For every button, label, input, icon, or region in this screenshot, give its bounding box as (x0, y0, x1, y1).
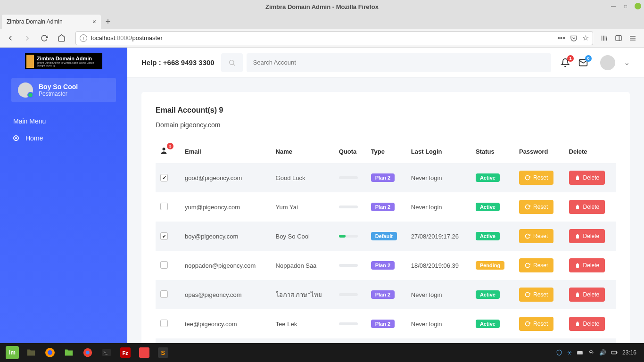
table-row: youme@pigeoncy.comYou มีPlan 2Never logi… (156, 338, 616, 343)
mint-menu-button[interactable]: lm (6, 346, 19, 359)
refresh-icon (525, 321, 530, 327)
desktop-taskbar: lm >_ Fz S ⚹ 🔊 23:16 (0, 343, 644, 362)
delete-button[interactable]: Delete (569, 171, 605, 185)
table-row: noppadon@pigeoncy.comNoppadon SaaPlan 21… (156, 251, 616, 280)
page-actions-icon[interactable]: ••• (557, 34, 565, 42)
profile-name: Boy So Cool (39, 83, 78, 90)
sidebar-icon[interactable] (615, 34, 622, 42)
delete-button[interactable]: Delete (569, 317, 605, 331)
window-minimize-button[interactable]: — (610, 3, 617, 9)
reset-button[interactable]: Reset (519, 258, 553, 272)
url-path: /postmaster (131, 34, 163, 41)
cell-lastlogin: 18/08/2019:06.39 (406, 251, 471, 280)
delete-button[interactable]: Delete (569, 288, 605, 302)
sidebar-item-home[interactable]: Home (0, 129, 127, 148)
row-checkbox[interactable] (160, 174, 168, 181)
cell-lastlogin: Never login (406, 309, 471, 338)
main-content: Help : +668 9493 3300 1 0 ⌄ Email Accoun… (127, 48, 644, 343)
reset-button[interactable]: Reset (519, 288, 553, 302)
search-button[interactable] (221, 53, 243, 72)
site-info-icon[interactable]: i (80, 34, 87, 42)
notifications-badge: 1 (567, 55, 574, 62)
reload-button[interactable] (38, 32, 51, 45)
cell-email: youme@pigeoncy.com (180, 338, 271, 343)
clock[interactable]: 23:16 (622, 349, 636, 356)
reset-button[interactable]: Reset (519, 171, 553, 185)
reset-button[interactable]: Reset (519, 317, 553, 331)
firefox-icon[interactable] (41, 344, 59, 361)
menu-icon[interactable] (629, 34, 636, 42)
card-title: Email Account(s) 9 (156, 106, 616, 115)
status-badge: Active (476, 173, 500, 182)
refresh-icon (525, 292, 530, 297)
trash-icon (575, 233, 580, 239)
user-menu-caret[interactable]: ⌄ (624, 58, 630, 67)
notifications-button[interactable]: 1 (561, 58, 570, 67)
filezilla-icon[interactable]: Fz (116, 344, 135, 361)
reset-button[interactable]: Reset (519, 200, 553, 214)
profile-card[interactable]: Boy So Cool Postmaster (11, 78, 116, 102)
cell-name: Yum Yai (271, 192, 334, 222)
reset-button[interactable]: Reset (519, 229, 553, 243)
cell-email: yum@pigeoncy.com (180, 192, 271, 222)
delete-button[interactable]: Delete (569, 229, 605, 243)
home-button[interactable] (55, 32, 68, 45)
messages-badge: 0 (585, 55, 592, 62)
tab-close-button[interactable]: × (92, 18, 96, 25)
trash-icon (575, 292, 580, 297)
cell-quota (334, 222, 366, 251)
address-bar[interactable]: i localhost:8000/postmaster ••• ☆ (75, 31, 593, 45)
bookmark-star-icon[interactable]: ☆ (582, 33, 589, 42)
folder-icon[interactable] (59, 344, 78, 361)
svg-rect-17 (139, 347, 149, 358)
brand-sub1: Zimbra Domain Admin for Zimbra Open Sour… (37, 61, 94, 64)
brand-logo: Zimbra Domain Admin Zimbra Domain Admin … (25, 53, 102, 69)
url-host: localhost (91, 34, 115, 41)
cell-quota (334, 163, 366, 192)
cell-lastlogin: Never login (406, 280, 471, 309)
row-checkbox[interactable] (160, 261, 168, 269)
type-badge: Plan 2 (371, 320, 395, 328)
pocket-icon[interactable] (570, 34, 578, 42)
sidebar: Zimbra Domain Admin Zimbra Domain Admin … (0, 48, 127, 343)
bulk-action-icon[interactable]: 3 (160, 147, 169, 155)
col-name: Name (271, 140, 334, 163)
svg-line-6 (233, 64, 235, 66)
back-button[interactable] (4, 32, 17, 45)
row-checkbox[interactable] (160, 203, 168, 210)
row-checkbox[interactable] (160, 320, 168, 327)
cell-name: Boy So Cool (271, 222, 334, 251)
user-avatar[interactable] (600, 55, 615, 70)
files-icon[interactable] (22, 344, 41, 361)
refresh-icon (525, 175, 530, 181)
shield-icon[interactable] (556, 349, 562, 356)
messages-button[interactable]: 0 (578, 58, 588, 67)
bluetooth-icon[interactable]: ⚹ (567, 349, 572, 356)
svg-text:Fz: Fz (123, 350, 129, 356)
browser-tab[interactable]: Zimbra Domain Admin × (2, 15, 101, 29)
delete-button[interactable]: Delete (569, 200, 605, 214)
search-input[interactable] (247, 53, 551, 72)
forward-button[interactable] (21, 32, 34, 45)
row-checkbox[interactable] (160, 232, 168, 240)
library-icon[interactable] (601, 34, 608, 42)
col-email: Email (180, 140, 271, 163)
delete-button[interactable]: Delete (569, 258, 605, 272)
sublime-icon[interactable]: S (154, 344, 173, 361)
chrome-icon[interactable] (78, 344, 97, 361)
keyboard-icon[interactable] (577, 349, 583, 356)
svg-rect-20 (577, 351, 583, 354)
row-checkbox[interactable] (160, 290, 168, 298)
volume-icon[interactable]: 🔊 (599, 349, 606, 356)
table-row: opas@pigeoncy.comโอภาส ภาษาไทยPlan 2Neve… (156, 280, 616, 309)
window-close-button[interactable] (635, 3, 641, 9)
battery-icon[interactable] (611, 349, 618, 356)
terminal-icon[interactable]: >_ (97, 344, 116, 361)
type-badge: Plan 2 (371, 173, 395, 182)
type-badge: Plan 2 (371, 290, 395, 299)
window-maximize-button[interactable]: □ (622, 3, 629, 9)
status-badge: Active (476, 232, 500, 240)
new-tab-button[interactable]: + (101, 15, 115, 29)
app-icon-red[interactable] (135, 344, 154, 361)
network-icon[interactable] (588, 349, 594, 356)
